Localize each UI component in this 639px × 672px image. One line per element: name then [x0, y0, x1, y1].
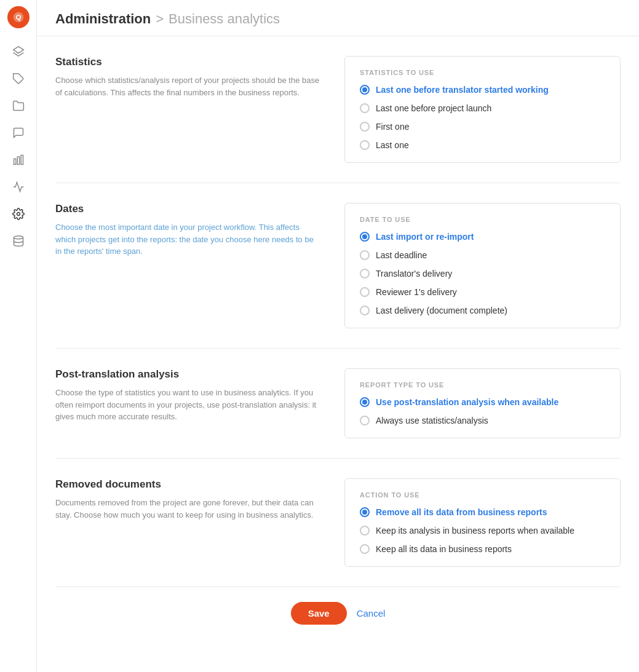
radio-last-import[interactable]: Last import or re-import [360, 232, 605, 242]
post-translation-left: Post-translation analysis Choose the typ… [55, 368, 320, 438]
removed-documents-left: Removed documents Documents removed from… [55, 478, 320, 567]
radio-label-r3: Keep all its data in business reports [376, 544, 512, 554]
radio-circle-r1[interactable] [360, 507, 370, 517]
radio-circle-d4[interactable] [360, 287, 370, 297]
breadcrumb: Administration > Business analytics [55, 11, 621, 27]
cancel-button[interactable]: Cancel [357, 608, 386, 619]
radio-circle-p1[interactable] [360, 397, 370, 407]
chart-bar-icon[interactable] [6, 148, 31, 172]
radio-always-statistics[interactable]: Always use statistics/analysis [360, 416, 605, 425]
chat-icon[interactable] [6, 121, 31, 145]
radio-label-d3: Translator's delivery [376, 269, 452, 279]
post-translation-title: Post-translation analysis [55, 368, 320, 381]
radio-translator-delivery[interactable]: Translator's delivery [360, 269, 605, 279]
statistics-card-label: STATISTICS TO USE [360, 69, 605, 76]
post-translation-card-label: REPORT TYPE TO USE [360, 381, 605, 389]
buttons-row: Save Cancel [55, 587, 621, 637]
statistics-left: Statistics Choose which statistics/analy… [55, 56, 320, 163]
radio-circle-4[interactable] [360, 140, 370, 150]
statistics-right: STATISTICS TO USE Last one before transl… [344, 56, 621, 163]
post-translation-right: REPORT TYPE TO USE Use post-translation … [344, 368, 621, 438]
dates-section: Dates Choose the most important date in … [55, 183, 621, 349]
radio-label-2: Last one before project launch [376, 103, 491, 113]
page-content: Statistics Choose which statistics/analy… [37, 36, 639, 662]
statistics-title: Statistics [55, 56, 320, 68]
dates-right: DATE TO USE Last import or re-import Las… [344, 203, 621, 328]
folder-icon[interactable] [6, 93, 31, 118]
svg-text:Q: Q [15, 13, 21, 21]
radio-circle-d3[interactable] [360, 269, 370, 279]
radio-circle-r2[interactable] [360, 526, 370, 536]
post-translation-desc: Choose the type of statistics you want t… [55, 387, 320, 423]
removed-documents-right: ACTION TO USE Remove all its data from b… [344, 478, 621, 567]
radio-label-r1: Remove all its data from business report… [376, 507, 547, 517]
breadcrumb-current: Business analytics [169, 11, 280, 27]
radio-label-3: First one [376, 122, 409, 132]
radio-label-4: Last one [376, 140, 409, 150]
statistics-section: Statistics Choose which statistics/analy… [55, 36, 621, 183]
radio-last-before-translator[interactable]: Last one before translator started worki… [360, 85, 605, 95]
radio-keep-all-data[interactable]: Keep all its data in business reports [360, 544, 605, 554]
database-icon[interactable] [6, 229, 31, 253]
statistics-card: STATISTICS TO USE Last one before transl… [344, 56, 621, 163]
svg-rect-5 [17, 157, 19, 165]
tag-icon[interactable] [6, 66, 31, 91]
radio-label-d4: Reviewer 1's delivery [376, 287, 457, 297]
radio-first-one[interactable]: First one [360, 122, 605, 132]
gear-icon[interactable] [6, 202, 31, 226]
radio-label-d1: Last import or re-import [376, 232, 474, 242]
radio-circle-d5[interactable] [360, 306, 370, 315]
removed-documents-desc: Documents removed from the project are g… [55, 497, 320, 521]
radio-last-deadline[interactable]: Last deadline [360, 250, 605, 260]
header: Administration > Business analytics [37, 0, 639, 36]
breadcrumb-separator: > [156, 11, 164, 27]
layers-icon[interactable] [6, 39, 31, 64]
radio-label-1: Last one before translator started worki… [376, 85, 549, 95]
radio-reviewer-delivery[interactable]: Reviewer 1's delivery [360, 287, 605, 297]
svg-marker-2 [13, 47, 23, 53]
radio-label-p2: Always use statistics/analysis [376, 416, 488, 425]
radio-circle-1[interactable] [360, 85, 370, 95]
radio-label-p1: Use post-translation analysis when avail… [376, 397, 558, 407]
radio-last-delivery[interactable]: Last delivery (document complete) [360, 306, 605, 315]
dates-desc: Choose the most important date in your p… [55, 221, 320, 258]
post-translation-section: Post-translation analysis Choose the typ… [55, 349, 621, 459]
removed-documents-card: ACTION TO USE Remove all its data from b… [344, 478, 621, 567]
radio-label-r2: Keep its analysis in business reports wh… [376, 526, 574, 536]
radio-circle-d1[interactable] [360, 232, 370, 242]
sidebar: Q [0, 0, 37, 672]
app-logo[interactable]: Q [7, 6, 30, 28]
radio-circle-r3[interactable] [360, 544, 370, 554]
radio-circle-2[interactable] [360, 103, 370, 113]
removed-documents-title: Removed documents [55, 478, 320, 491]
radio-circle-p2[interactable] [360, 416, 370, 425]
radio-keep-analysis[interactable]: Keep its analysis in business reports wh… [360, 526, 605, 536]
save-button[interactable]: Save [291, 602, 347, 625]
svg-rect-4 [14, 159, 15, 164]
breadcrumb-admin[interactable]: Administration [55, 11, 151, 27]
radio-circle-d2[interactable] [360, 250, 370, 260]
radio-label-d2: Last deadline [376, 250, 427, 260]
main-content: Administration > Business analytics Stat… [37, 0, 639, 672]
svg-point-8 [14, 236, 23, 239]
dates-card: DATE TO USE Last import or re-import Las… [344, 203, 621, 328]
statistics-desc: Choose which statistics/analysis report … [55, 74, 320, 98]
dates-title: Dates [55, 203, 320, 215]
radio-label-d5: Last delivery (document complete) [376, 306, 507, 315]
radio-use-post-translation[interactable]: Use post-translation analysis when avail… [360, 397, 605, 407]
removed-documents-section: Removed documents Documents removed from… [55, 459, 621, 587]
removed-documents-card-label: ACTION TO USE [360, 491, 605, 499]
post-translation-card: REPORT TYPE TO USE Use post-translation … [344, 368, 621, 438]
svg-point-7 [17, 213, 20, 216]
svg-rect-6 [21, 156, 23, 165]
radio-last-one[interactable]: Last one [360, 140, 605, 150]
radio-circle-3[interactable] [360, 122, 370, 132]
dates-left: Dates Choose the most important date in … [55, 203, 320, 328]
radio-last-before-launch[interactable]: Last one before project launch [360, 103, 605, 113]
dates-card-label: DATE TO USE [360, 216, 605, 223]
radio-remove-all-data[interactable]: Remove all its data from business report… [360, 507, 605, 517]
analytics-icon[interactable] [6, 175, 31, 199]
